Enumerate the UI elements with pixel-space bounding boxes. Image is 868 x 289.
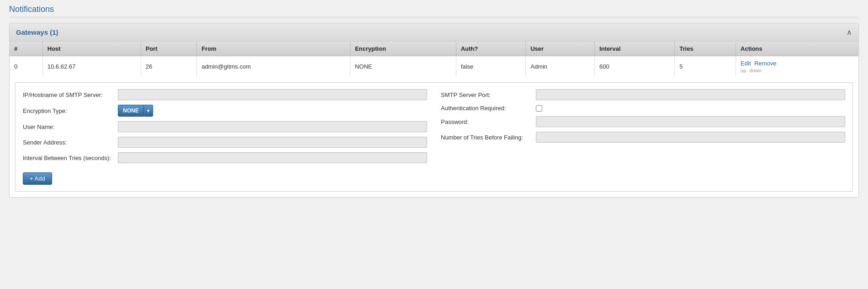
gateways-table-container: # Host Port From Encryption Auth? User I… bbox=[10, 42, 858, 77]
col-num: # bbox=[10, 42, 42, 56]
password-row: Password: bbox=[441, 116, 845, 127]
gateways-panel: Gateways (1) ∧ # Host Port From Encrypti… bbox=[9, 23, 859, 198]
cell-actions: Edit Remove up down bbox=[736, 56, 858, 77]
username-row: User Name: bbox=[23, 121, 427, 132]
col-from: From bbox=[197, 42, 350, 56]
encryption-type-row: Encryption Type: NONE ▾ bbox=[23, 105, 427, 117]
smtp-port-label: SMTP Server Port: bbox=[441, 91, 532, 98]
password-input[interactable] bbox=[536, 116, 845, 127]
cell-num: 0 bbox=[10, 56, 42, 77]
interval-input[interactable] bbox=[118, 152, 427, 163]
collapse-icon[interactable]: ∧ bbox=[847, 28, 852, 37]
encryption-type-label: Encryption Type: bbox=[23, 107, 114, 114]
form-grid: IP/Hostname of SMTP Server: Encryption T… bbox=[23, 89, 845, 168]
sender-address-row: Sender Address: bbox=[23, 137, 427, 148]
cell-interval: 600 bbox=[595, 56, 675, 77]
sender-address-input[interactable] bbox=[118, 137, 427, 148]
smtp-server-input[interactable] bbox=[118, 89, 427, 100]
table-row: 0 10.6.62.67 26 admin@gitms.com NONE fal… bbox=[10, 56, 858, 77]
col-user: User bbox=[526, 42, 595, 56]
page-title: Notifications bbox=[9, 5, 859, 17]
col-host: Host bbox=[42, 42, 141, 56]
smtp-port-row: SMTP Server Port: bbox=[441, 89, 845, 100]
encryption-select-wrapper: NONE ▾ bbox=[118, 105, 153, 117]
num-tries-row: Number of Tries Before Failing: bbox=[441, 132, 845, 143]
password-label: Password: bbox=[441, 118, 532, 125]
col-actions: Actions bbox=[736, 42, 858, 56]
col-interval: Interval bbox=[595, 42, 675, 56]
up-link[interactable]: up bbox=[741, 68, 746, 73]
form-right-col: SMTP Server Port: Authentication Require… bbox=[441, 89, 845, 168]
panel-header: Gateways (1) ∧ bbox=[10, 23, 858, 42]
down-link[interactable]: down bbox=[749, 68, 761, 73]
remove-link[interactable]: Remove bbox=[754, 60, 776, 67]
smtp-port-input[interactable] bbox=[536, 89, 845, 100]
col-tries: Tries bbox=[675, 42, 736, 56]
add-button[interactable]: + Add bbox=[23, 172, 52, 185]
cell-user: Admin bbox=[526, 56, 595, 77]
interval-label: Interval Between Tries (seconds): bbox=[23, 155, 114, 161]
auth-required-label: Authentication Required: bbox=[441, 105, 532, 112]
col-encryption: Encryption bbox=[350, 42, 456, 56]
cell-port: 26 bbox=[141, 56, 196, 77]
num-tries-label: Number of Tries Before Failing: bbox=[441, 134, 532, 141]
gateways-table: # Host Port From Encryption Auth? User I… bbox=[10, 42, 858, 77]
form-left-col: IP/Hostname of SMTP Server: Encryption T… bbox=[23, 89, 427, 168]
encryption-type-dropdown-arrow[interactable]: ▾ bbox=[144, 105, 153, 117]
encryption-type-button[interactable]: NONE bbox=[118, 105, 144, 117]
table-header-row: # Host Port From Encryption Auth? User I… bbox=[10, 42, 858, 56]
num-tries-input[interactable] bbox=[536, 132, 845, 143]
cell-from: admin@gitms.com bbox=[197, 56, 350, 77]
cell-encryption: NONE bbox=[350, 56, 456, 77]
interval-row: Interval Between Tries (seconds): bbox=[23, 152, 427, 163]
username-label: User Name: bbox=[23, 123, 114, 130]
sender-address-label: Sender Address: bbox=[23, 139, 114, 146]
auth-required-row: Authentication Required: bbox=[441, 105, 845, 112]
edit-link[interactable]: Edit bbox=[741, 60, 751, 67]
username-input[interactable] bbox=[118, 121, 427, 132]
col-auth: Auth? bbox=[456, 42, 526, 56]
smtp-server-label: IP/Hostname of SMTP Server: bbox=[23, 91, 114, 98]
cell-auth: false bbox=[456, 56, 526, 77]
smtp-server-row: IP/Hostname of SMTP Server: bbox=[23, 89, 427, 100]
panel-title: Gateways (1) bbox=[16, 28, 58, 36]
smtp-form: IP/Hostname of SMTP Server: Encryption T… bbox=[15, 82, 853, 192]
cell-host: 10.6.62.67 bbox=[42, 56, 141, 77]
col-port: Port bbox=[141, 42, 196, 56]
cell-tries: 5 bbox=[675, 56, 736, 77]
auth-required-checkbox[interactable] bbox=[536, 105, 542, 112]
